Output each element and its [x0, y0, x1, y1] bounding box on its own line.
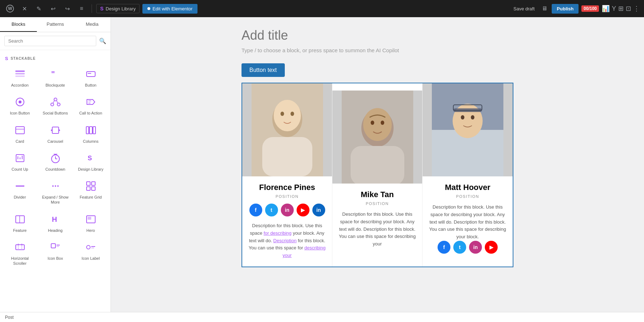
tab-blocks[interactable]: Blocks [0, 17, 37, 32]
svg-point-9 [19, 101, 21, 103]
svg-rect-48 [88, 217, 91, 220]
page-subtitle: Type / to choose a block, or press space… [241, 47, 513, 53]
icon-button-icon [14, 96, 26, 108]
block-label-icon-label: Icon Label [82, 256, 100, 261]
block-item-divider[interactable]: Divider [2, 175, 38, 209]
block-item-hero[interactable]: Hero [73, 209, 108, 236]
block-label-accordion: Accordion [11, 83, 29, 88]
svg-rect-27 [93, 127, 96, 134]
twitter-icon[interactable]: t [265, 204, 278, 216]
svg-rect-25 [86, 127, 89, 134]
block-item-heading[interactable]: H Heading [38, 209, 73, 236]
search-input[interactable] [4, 36, 96, 46]
svg-marker-15 [87, 99, 95, 104]
topbar-right-icons: 📊 Y ⊞ ⊡ ⋮ [602, 5, 640, 13]
svg-rect-43 [92, 187, 95, 190]
block-item-horizontal-scroller[interactable]: Horizontal Scroller [2, 236, 38, 270]
desc-link-0[interactable]: for describing [264, 230, 292, 236]
desc-link-2[interactable]: describing your [283, 245, 326, 258]
block-item-cta[interactable]: Call to Action [73, 91, 108, 119]
close-button[interactable]: ✕ [19, 3, 30, 14]
publish-button[interactable]: Publish [552, 4, 579, 14]
block-item-card[interactable]: Card [2, 119, 38, 147]
wp-logo[interactable]: W [4, 3, 16, 14]
stackable-logo: S [5, 56, 9, 61]
svg-rect-52 [51, 244, 55, 248]
svg-rect-41 [92, 182, 95, 185]
svg-point-75 [461, 115, 464, 119]
block-item-social-buttons[interactable]: Social Buttons [38, 91, 73, 119]
yoast-icon[interactable]: Y [612, 5, 616, 13]
heading-icon: H [49, 213, 62, 226]
svg-point-68 [371, 121, 374, 125]
team-photo-0 [242, 83, 332, 176]
linkedin-icon[interactable]: in [312, 204, 325, 216]
facebook-icon[interactable]: f [249, 204, 262, 216]
expand-more-icon [49, 180, 62, 192]
block-item-icon-label[interactable]: Icon Label [73, 236, 108, 270]
columns-icon [84, 124, 97, 137]
edit-icon-button[interactable]: ✎ [33, 3, 44, 14]
svg-rect-66 [351, 146, 404, 184]
bottombar-label: Post [5, 315, 14, 320]
block-label-heading: Heading [48, 228, 63, 233]
button-text-button[interactable]: Button text [241, 63, 285, 77]
team-desc-2: Description for this block. Use this spa… [423, 204, 513, 241]
list-view-button[interactable]: ≡ [76, 3, 87, 14]
sidebar-tabs: Blocks Patterns Media [0, 17, 111, 32]
team-card-1: Mike Tan POSITION Description for this b… [332, 83, 423, 267]
svg-rect-49 [16, 245, 24, 250]
blockquote-icon: " [49, 68, 62, 80]
svg-text:S: S [88, 155, 92, 162]
block-item-columns[interactable]: Columns [73, 119, 108, 147]
more-options-icon[interactable]: ⋮ [633, 5, 640, 13]
undo-button[interactable]: ↩ [47, 3, 59, 14]
block-item-accordion[interactable]: Accordion [2, 63, 38, 91]
svg-point-55 [87, 245, 90, 249]
team-desc-1: Description for this block. Use this spa… [332, 211, 422, 248]
svg-rect-26 [89, 127, 92, 134]
team-desc-0: Description for this block. Use this spa… [242, 222, 332, 259]
tab-patterns[interactable]: Patterns [37, 17, 74, 32]
block-item-icon-box[interactable]: Icon Box [38, 236, 73, 270]
svg-rect-42 [87, 187, 90, 190]
page-title-input[interactable] [241, 28, 513, 43]
save-draft-button[interactable]: Save draft [511, 4, 537, 14]
layout-icon[interactable]: ⊞ [618, 5, 624, 13]
facebook-icon-2[interactable]: f [438, 241, 450, 254]
search-button[interactable]: 🔍 [99, 38, 106, 44]
instagram-icon-2[interactable]: in [469, 241, 482, 254]
svg-rect-2 [15, 70, 25, 72]
desc-link-1[interactable]: Description [273, 238, 297, 243]
instagram-icon[interactable]: in [281, 204, 294, 216]
twitter-icon-2[interactable]: t [453, 241, 466, 254]
redo-button[interactable]: ↪ [62, 3, 73, 14]
block-item-design-library[interactable]: S Design Library [73, 147, 108, 175]
youtube-icon-2[interactable]: ▶ [485, 241, 498, 254]
edit-elementor-button[interactable]: Edit with Elementor [142, 4, 197, 14]
block-item-button[interactable]: Button [73, 63, 108, 91]
block-item-feature-grid[interactable]: Feature Grid [73, 175, 108, 209]
block-label-feature-grid: Feature Grid [80, 195, 102, 200]
divider-icon [14, 180, 26, 192]
design-library-button[interactable]: S Design Library [96, 4, 140, 13]
separator [92, 4, 92, 13]
sidebar-toggle-icon[interactable]: ⊡ [626, 5, 631, 13]
block-item-icon-button[interactable]: Icon Button [2, 91, 38, 119]
tab-media[interactable]: Media [74, 17, 111, 32]
block-label-card: Card [16, 139, 24, 144]
monitor-icon[interactable]: 🖥 [540, 4, 549, 13]
analytics-icon[interactable]: 📊 [602, 5, 610, 13]
team-card-2: Matt Hoover POSITION Description for thi… [423, 83, 513, 267]
youtube-icon[interactable]: ▶ [297, 204, 309, 216]
block-item-countdown[interactable]: Countdown [38, 147, 73, 175]
design-library-block-icon: S [84, 152, 97, 165]
svg-point-67 [363, 108, 392, 141]
block-item-expand-more[interactable]: Expand / Show More [38, 175, 73, 209]
block-label-hero: Hero [87, 228, 95, 233]
block-item-count-up[interactable]: Count Up [2, 147, 38, 175]
block-item-blockquote[interactable]: " Blockquote [38, 63, 73, 91]
block-item-carousel[interactable]: Carousel [38, 119, 73, 147]
svg-point-62 [280, 112, 284, 116]
block-item-feature[interactable]: Feature [2, 209, 38, 236]
